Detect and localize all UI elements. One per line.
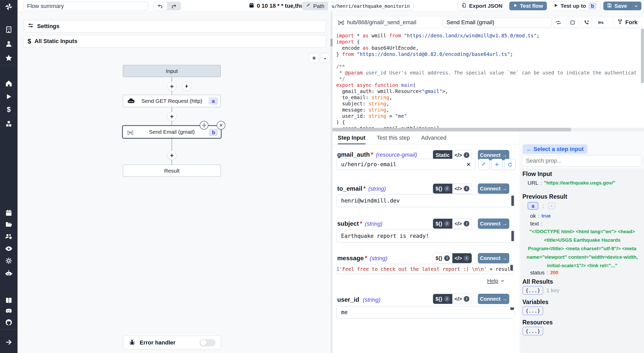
url-value: "https://earthquake.usgs.gov/" bbox=[544, 180, 615, 186]
add-step-button[interactable]: + bbox=[167, 151, 176, 160]
settings-gear-icon[interactable] bbox=[4, 256, 14, 266]
windmill-logo-icon[interactable] bbox=[4, 2, 14, 12]
result-text-row[interactable]: text: bbox=[530, 221, 545, 227]
text-input-user-id[interactable]: me bbox=[336, 306, 515, 318]
connect-button-message[interactable]: Connect → bbox=[478, 253, 509, 263]
connect-button-to-email[interactable]: Connect → bbox=[478, 183, 509, 194]
variables-object-badge[interactable]: {...} bbox=[522, 306, 543, 315]
select-step-input-chip[interactable]: ← Select a step input bbox=[523, 144, 587, 154]
flow-input-url-row[interactable]: URL: "https://earthquake.usgs.gov/" bbox=[528, 180, 615, 186]
export-json-button[interactable]: Export JSON bbox=[457, 2, 506, 10]
zoom-in-button[interactable]: + bbox=[309, 53, 319, 63]
mode-code[interactable]: </>i bbox=[452, 294, 472, 304]
step-name-input[interactable] bbox=[443, 17, 552, 27]
divider-handle[interactable] bbox=[331, 39, 333, 46]
test-up-to-button[interactable]: Test up to b bbox=[550, 2, 600, 10]
flow-summary-input[interactable] bbox=[23, 2, 148, 10]
flow-node-result[interactable]: Result bbox=[123, 165, 221, 177]
user-icon[interactable] bbox=[4, 39, 14, 49]
schedule-display[interactable]: 0 10 18 * * tue,thu bbox=[249, 0, 304, 12]
mode-expr[interactable]: ${}i bbox=[433, 184, 452, 194]
step-a-badge[interactable]: a bbox=[528, 202, 538, 210]
text-value[interactable]: "<!DOCTYPE html> <html lang="en"> <head>… bbox=[526, 227, 639, 270]
trigger-lightning-button[interactable] bbox=[182, 82, 191, 91]
help-link[interactable]: Help bbox=[487, 278, 505, 284]
tab-advanced[interactable]: Advanced bbox=[421, 131, 446, 144]
code-vertical-scrollbar[interactable] bbox=[641, 29, 644, 83]
export-json-label: Export JSON bbox=[469, 3, 503, 9]
add-step-button[interactable]: + bbox=[167, 82, 176, 91]
add-step-button[interactable]: + bbox=[167, 112, 176, 121]
mode-code[interactable]: </>i bbox=[452, 253, 472, 263]
runs-play-icon[interactable] bbox=[4, 91, 14, 102]
resources-cubes-icon[interactable] bbox=[4, 119, 14, 129]
edit-resource-pencil-icon[interactable] bbox=[478, 159, 490, 170]
home-icon[interactable] bbox=[4, 78, 14, 89]
variables-dollar-icon[interactable]: $ bbox=[4, 104, 14, 115]
connect-button-subject[interactable]: Connect → bbox=[478, 218, 509, 229]
discord-icon[interactable] bbox=[4, 306, 14, 316]
all-static-inputs-button[interactable]: $ All Static Inputs bbox=[23, 35, 326, 47]
all-results-object-badge[interactable]: {...} bbox=[522, 286, 543, 295]
prop-search-input[interactable] bbox=[522, 155, 642, 166]
save-button[interactable]: Save bbox=[603, 2, 631, 10]
connect-button-user-id[interactable]: Connect → bbox=[478, 294, 509, 304]
fork-button[interactable]: Fork bbox=[613, 17, 642, 28]
step-header: hub/868/gmail/_send_email bbox=[333, 16, 644, 28]
retries-swap-icon[interactable] bbox=[553, 17, 564, 28]
panel-resize-divider[interactable] bbox=[331, 12, 333, 353]
clear-icon[interactable] bbox=[466, 162, 471, 168]
code-editor[interactable]: import * as wmill from "https://deno.lan… bbox=[333, 28, 644, 128]
redo-icon[interactable] bbox=[167, 2, 181, 10]
code-horizontal-scrollbar[interactable] bbox=[333, 128, 644, 131]
editor-scrollbar-nub bbox=[511, 196, 514, 206]
delete-step-button[interactable] bbox=[217, 121, 225, 130]
error-handler-toggle[interactable] bbox=[200, 339, 216, 346]
result-ok-row[interactable]: ok: true bbox=[530, 213, 551, 219]
test-flow-button[interactable]: Test flow bbox=[509, 2, 547, 10]
docs-book-icon[interactable] bbox=[4, 295, 14, 306]
result-status-row[interactable]: status: 200 bbox=[530, 270, 558, 276]
step-input-form: gmail_auth*(resource-gmail) Static </>i … bbox=[333, 144, 519, 353]
favorites-star-icon[interactable] bbox=[4, 53, 14, 63]
mode-expr[interactable]: ${}i bbox=[433, 253, 452, 263]
schedules-calendar-icon[interactable] bbox=[4, 208, 14, 218]
folders-icon[interactable] bbox=[4, 219, 14, 230]
undo-icon[interactable] bbox=[153, 2, 167, 10]
collapse-badge[interactable]: - bbox=[548, 203, 555, 209]
flow-node-http-step[interactable]: HTTP Send GET Request (http) a bbox=[123, 95, 221, 107]
add-resource-plus-icon[interactable] bbox=[491, 159, 503, 170]
resource-input-gmail-auth[interactable]: u/henri/pro-email bbox=[336, 159, 475, 170]
scrollbar-handle[interactable] bbox=[333, 128, 571, 131]
flow-node-input[interactable]: Input bbox=[123, 65, 221, 77]
node-label: Send GET Request (http) bbox=[141, 98, 202, 104]
hub-script-path[interactable]: hub/868/gmail/_send_email bbox=[347, 16, 416, 29]
audit-eye-icon[interactable] bbox=[4, 243, 14, 254]
early-stop-square-icon[interactable] bbox=[567, 17, 578, 28]
mode-code[interactable]: </>i bbox=[452, 184, 472, 194]
expression-editor-message[interactable]: 1 'Feel free to check out the latest rep… bbox=[336, 264, 514, 274]
mode-expr[interactable]: ${}i bbox=[433, 219, 452, 229]
expand-sidebar-arrow-icon[interactable] bbox=[4, 337, 14, 347]
mode-code[interactable]: </>i bbox=[452, 219, 472, 229]
tab-step-input[interactable]: Step Input bbox=[338, 131, 366, 144]
zoom-out-button[interactable]: - bbox=[320, 53, 330, 63]
groups-users-gear-icon[interactable] bbox=[4, 231, 14, 242]
workspace-building-icon[interactable] bbox=[4, 24, 14, 35]
mode-expr[interactable]: ${}i bbox=[433, 294, 452, 304]
info-icon: i bbox=[464, 186, 469, 191]
sleep-bed-icon[interactable] bbox=[595, 17, 606, 28]
resources-object-badge[interactable]: {...} bbox=[522, 327, 543, 335]
workers-robot-icon[interactable] bbox=[4, 268, 14, 279]
tab-test-this-step[interactable]: Test this step bbox=[377, 131, 410, 144]
flow-settings-button[interactable]: Settings bbox=[23, 20, 326, 32]
suspend-phone-icon[interactable] bbox=[581, 17, 592, 28]
save-dropdown-chevron-icon[interactable] bbox=[631, 2, 641, 10]
move-step-button[interactable] bbox=[200, 121, 208, 130]
github-icon[interactable] bbox=[4, 317, 14, 327]
text-input-to-email[interactable]: henri@windmill.dev bbox=[336, 194, 515, 207]
path-chip[interactable]: Path u/henri/earthquake_monitorin bbox=[302, 2, 413, 10]
refresh-resource-icon[interactable] bbox=[504, 159, 515, 170]
sliders-icon bbox=[28, 22, 34, 30]
text-input-subject[interactable]: Earthquake report is ready! bbox=[336, 230, 515, 242]
